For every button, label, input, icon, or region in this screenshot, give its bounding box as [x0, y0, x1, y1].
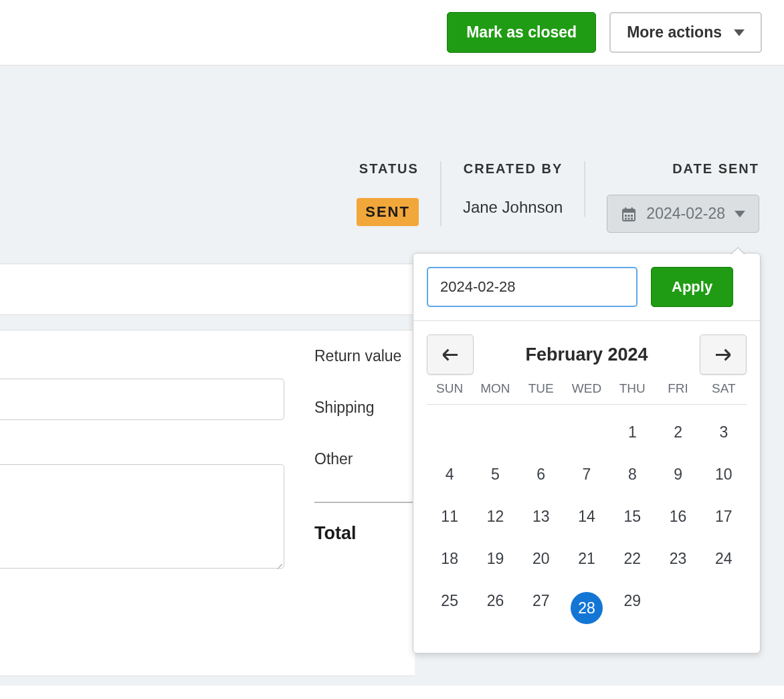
calendar-day-cell[interactable]: 15	[609, 496, 655, 538]
date-sent-header: DATE SENT	[607, 161, 759, 177]
shipping-label: Shipping	[314, 399, 415, 417]
prev-month-button[interactable]	[427, 334, 474, 375]
calendar-empty-cell	[518, 411, 564, 454]
svg-rect-8	[628, 217, 630, 219]
calendar-week-row: 11121314151617	[427, 496, 747, 538]
calendar-body: 1234567891011121314151617181920212223242…	[427, 411, 747, 636]
svg-rect-2	[625, 207, 627, 211]
calendar-day-cell[interactable]: 21	[564, 538, 609, 580]
calendar-day-cell[interactable]: 28	[564, 580, 609, 636]
calendar-day-header: SUN	[427, 381, 472, 396]
calendar-day-header: TUE	[518, 381, 564, 396]
calendar-empty-cell	[472, 411, 518, 454]
status-header: STATUS	[357, 161, 419, 177]
svg-rect-7	[625, 217, 627, 219]
date-sent-value: 2024-02-28	[646, 205, 725, 223]
calendar-day-header: THU	[609, 381, 655, 396]
month-title: February 2024	[525, 344, 648, 365]
next-month-button[interactable]	[700, 334, 747, 375]
chevron-down-icon	[734, 29, 745, 36]
calendar-day-cell[interactable]: 1	[609, 411, 655, 454]
status-column: STATUS SENT	[335, 161, 442, 226]
calendar-week-row: 18192021222324	[427, 538, 747, 580]
date-sent-column: DATE SENT 2024-	[585, 161, 759, 233]
top-action-bar: Mark as closed More actions	[0, 0, 784, 66]
more-actions-label: More actions	[627, 23, 722, 41]
calendar-week-row: 45678910	[427, 454, 747, 496]
calendar-day-cell[interactable]: 26	[472, 580, 518, 636]
calendar-day-cell[interactable]: 20	[518, 538, 564, 580]
mark-closed-button[interactable]: Mark as closed	[447, 12, 596, 53]
info-row: STATUS SENT CREATED BY Jane Johnson DATE…	[0, 66, 784, 233]
calendar-day-cell[interactable]: 23	[655, 538, 700, 580]
calendar-day-cell[interactable]: 18	[427, 538, 472, 580]
calendar-day-cell[interactable]: 16	[655, 496, 700, 538]
resize-handle-icon[interactable]	[273, 557, 282, 567]
calendar-day-cell[interactable]: 27	[518, 580, 564, 636]
created-by-value: Jane Johnson	[463, 198, 563, 217]
text-input[interactable]	[0, 379, 284, 420]
calendar-day-header: FRI	[655, 381, 700, 396]
status-badge: SENT	[357, 198, 419, 226]
svg-rect-4	[625, 215, 627, 217]
calendar-icon	[621, 206, 637, 222]
calendar-day-cell[interactable]: 25	[427, 580, 472, 636]
calendar-day-header: WED	[564, 381, 609, 396]
arrow-right-icon	[716, 354, 730, 356]
calendar-day-cell[interactable]: 2	[655, 411, 700, 454]
calendar-day-cell[interactable]: 24	[701, 538, 747, 580]
svg-rect-6	[631, 215, 633, 217]
calendar-day-header: MON	[472, 381, 518, 396]
content-band	[0, 264, 415, 315]
calendar-empty-cell	[655, 580, 700, 636]
svg-rect-1	[623, 209, 635, 213]
apply-button[interactable]: Apply	[651, 267, 733, 307]
date-input[interactable]	[427, 267, 638, 307]
svg-rect-3	[631, 207, 633, 211]
calendar-day-cell[interactable]: 10	[701, 454, 747, 496]
calendar-header-row: SUNMONTUEWEDTHUFRISAT	[427, 381, 747, 405]
calendar-empty-cell	[427, 411, 472, 454]
chevron-down-icon	[734, 211, 745, 217]
more-actions-button[interactable]: More actions	[609, 12, 762, 53]
calendar-day-header: SAT	[701, 381, 747, 396]
svg-rect-5	[628, 215, 630, 217]
total-label: Total	[314, 502, 413, 544]
return-value-label: Return value	[314, 347, 415, 365]
calendar-day-cell[interactable]: 14	[564, 496, 609, 538]
other-label: Other	[314, 450, 415, 468]
calendar-day-cell[interactable]: 13	[518, 496, 564, 538]
date-picker-nav: February 2024	[413, 321, 760, 381]
content-area: STATUS SENT CREATED BY Jane Johnson DATE…	[0, 66, 784, 686]
calendar-day-cell[interactable]: 12	[472, 496, 518, 538]
calendar-week-row: 123	[427, 411, 747, 454]
calendar-empty-cell	[564, 411, 609, 454]
date-picker-top-row: Apply	[413, 254, 760, 321]
calendar-day-cell[interactable]: 4	[427, 454, 472, 496]
svg-rect-9	[631, 217, 633, 219]
summary-panel: Return value Shipping Other Total	[298, 330, 415, 676]
calendar-day-cell[interactable]: 19	[472, 538, 518, 580]
calendar-day-cell[interactable]: 9	[655, 454, 700, 496]
calendar-day-cell[interactable]: 22	[609, 538, 655, 580]
date-picker-popup: Apply February 2024 SUNMONTUEWEDTHUFRISA…	[413, 253, 761, 654]
calendar-day-cell[interactable]: 29	[609, 580, 655, 636]
calendar-grid: SUNMONTUEWEDTHUFRISAT 123456789101112131…	[413, 381, 760, 653]
created-by-header: CREATED BY	[463, 161, 563, 177]
arrow-left-icon	[443, 354, 458, 356]
created-by-column: CREATED BY Jane Johnson	[442, 161, 585, 217]
calendar-day-cell[interactable]: 17	[701, 496, 747, 538]
calendar-day-cell[interactable]: 5	[472, 454, 518, 496]
calendar-day-cell[interactable]: 3	[701, 411, 747, 454]
textarea-input[interactable]	[0, 464, 284, 569]
calendar-day-cell[interactable]: 6	[518, 454, 564, 496]
calendar-empty-cell	[701, 580, 747, 636]
calendar-week-row: 2526272829	[427, 580, 747, 636]
calendar-day-cell[interactable]: 7	[564, 454, 609, 496]
calendar-day-cell[interactable]: 8	[609, 454, 655, 496]
date-sent-dropdown[interactable]: 2024-02-28	[607, 195, 759, 233]
calendar-day-cell[interactable]: 11	[427, 496, 472, 538]
